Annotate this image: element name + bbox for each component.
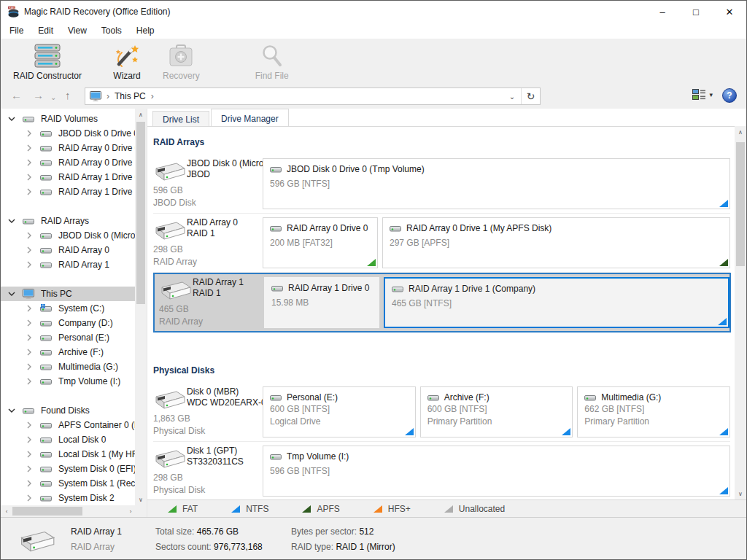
sidebar-group-label[interactable]: This PC — [41, 289, 72, 299]
sidebar-item-label[interactable]: Archive (F:) — [58, 347, 104, 357]
tree-scrollbar-horizontal[interactable]: ‹ › — [1, 505, 147, 517]
chevron-right-icon[interactable] — [24, 421, 34, 429]
sidebar-item[interactable]: Local Disk 0 — [1, 432, 135, 447]
menu-help[interactable]: Help — [129, 24, 162, 37]
address-dropdown-icon[interactable]: ⌄ — [503, 93, 521, 101]
partition-card-selected[interactable]: RAID Array 1 Drive 1 (Company) 465 GB [N… — [384, 277, 729, 328]
sidebar-item[interactable]: System Disk 1 (Recov — [1, 476, 135, 491]
sidebar-item[interactable]: Tmp Volume (I:) — [1, 374, 135, 389]
disk-row-jbod[interactable]: JBOD Disk 0 (MicrosJBOD 596 GB JBOD Disk… — [153, 155, 730, 214]
chevron-down-icon[interactable] — [7, 115, 17, 122]
sidebar-item[interactable]: RAID Array 0 Drive 1 — [1, 155, 135, 170]
sidebar-item-label[interactable]: Multimedia (G:) — [58, 362, 118, 372]
sidebar-item-label[interactable]: RAID Array 0 Drive 0 — [58, 143, 135, 153]
sidebar-item-label[interactable]: Personal (E:) — [58, 332, 109, 343]
scroll-up-icon[interactable]: ∧ — [735, 126, 746, 138]
partition-card[interactable]: RAID Array 0 Drive 0 (EI 200 MB [FAT32] — [263, 217, 378, 268]
sidebar-item[interactable]: Company (D:) — [1, 316, 135, 330]
disk-label[interactable]: RAID Array 0RAID 1 298 GB RAID Array — [153, 217, 263, 268]
chevron-right-icon[interactable] — [24, 246, 34, 254]
close-button[interactable]: ✕ — [713, 1, 746, 23]
view-mode-button[interactable]: ▾ — [692, 89, 713, 100]
partition-card[interactable]: Personal (E:) 600 GB [NTFS] Logical Driv… — [263, 386, 416, 438]
sidebar-item[interactable]: Multimedia (G:) — [1, 359, 135, 374]
scroll-down-icon[interactable]: ∨ — [135, 494, 147, 505]
chevron-right-icon[interactable] — [24, 349, 34, 356]
sidebar-item[interactable]: JBOD Disk 0 (Microso — [1, 228, 135, 243]
sidebar-item[interactable]: System Disk 0 (EFI) — [1, 462, 135, 476]
breadcrumb-location[interactable]: This PC — [115, 91, 146, 101]
menu-tools[interactable]: Tools — [94, 24, 129, 37]
chevron-right-icon[interactable] — [24, 480, 34, 487]
menu-edit[interactable]: Edit — [31, 24, 61, 37]
tab-drive-manager[interactable]: Drive Manager — [211, 109, 289, 126]
disk-label[interactable]: JBOD Disk 0 (MicrosJBOD 596 GB JBOD Disk — [153, 158, 263, 209]
sidebar-group-raid-arrays[interactable]: RAID Arrays — [1, 214, 135, 228]
scrollbar-thumb[interactable] — [736, 142, 745, 266]
back-icon[interactable]: ← — [11, 90, 22, 101]
disk-row-raid-array-1-selected[interactable]: RAID Array 1RAID 1 465 GB RAID Array RAI… — [153, 273, 731, 332]
sidebar-item-label[interactable]: JBOD Disk 0 (Microso — [58, 230, 135, 241]
sidebar-item-label[interactable]: RAID Array 1 — [58, 260, 109, 270]
wizard-button[interactable]: Wizard — [106, 42, 148, 82]
disk-label[interactable]: RAID Array 1RAID 1 465 GB RAID Array — [155, 277, 264, 328]
chevron-right-icon[interactable] — [24, 174, 34, 181]
chevron-right-icon[interactable] — [24, 334, 34, 341]
refresh-icon[interactable]: ↻ — [521, 88, 540, 104]
sidebar-group-label[interactable]: Found Disks — [41, 405, 90, 416]
address-input[interactable]: › This PC › ⌄ ↻ — [85, 88, 541, 105]
disk-row-raid-array-0[interactable]: RAID Array 0RAID 1 298 GB RAID Array RAI… — [153, 214, 730, 273]
sidebar-item-label[interactable]: APFS Container 0 (M — [58, 420, 135, 430]
sidebar-item-label[interactable]: System (C:) — [58, 303, 104, 314]
sidebar-item[interactable]: Personal (E:) — [1, 330, 135, 345]
chevron-down-icon[interactable] — [7, 290, 17, 298]
raid-constructor-button[interactable]: RAID Constructor — [7, 42, 88, 82]
history-chevron-icon[interactable]: ⌄ — [50, 92, 56, 104]
scrollbar-thumb[interactable] — [136, 122, 145, 304]
sidebar-item-label[interactable]: RAID Array 0 — [58, 245, 109, 255]
disk-label[interactable]: Disk 1 (GPT)ST3320311CS 298 GB Physical … — [153, 446, 263, 497]
sidebar-item[interactable]: System Disk 2 — [1, 491, 135, 505]
sidebar-item[interactable]: RAID Array 1 Drive 0 — [1, 170, 135, 184]
sidebar-item[interactable]: JBOD Disk 0 Drive 0 ( — [1, 126, 135, 141]
partition-card[interactable]: RAID Array 0 Drive 1 (My APFS Disk) 297 … — [382, 217, 730, 268]
forward-icon[interactable]: → — [33, 90, 44, 101]
chevron-right-icon[interactable] — [24, 159, 34, 166]
chevron-right-icon[interactable] — [24, 261, 34, 268]
chevron-right-icon[interactable] — [24, 436, 34, 443]
sidebar-item[interactable]: RAID Array 1 Drive 1 — [1, 184, 135, 199]
chevron-right-icon[interactable] — [24, 188, 34, 195]
sidebar-item-label[interactable]: Company (D:) — [58, 318, 113, 328]
sidebar-item[interactable]: RAID Array 1 — [1, 257, 135, 272]
sidebar-item-label[interactable]: Tmp Volume (I:) — [58, 376, 120, 386]
sidebar-item-label[interactable]: RAID Array 1 Drive 0 — [58, 172, 135, 182]
chevron-down-icon[interactable] — [7, 407, 17, 414]
maximize-button[interactable]: □ — [679, 1, 713, 23]
scrollbar-thumb[interactable] — [12, 507, 82, 516]
sidebar-item[interactable]: APFS Container 0 (M — [1, 418, 135, 432]
chevron-right-icon[interactable] — [24, 494, 34, 502]
sidebar-item-label[interactable]: JBOD Disk 0 Drive 0 ( — [58, 128, 135, 139]
help-button[interactable]: ? — [722, 88, 737, 103]
chevron-right-icon[interactable] — [24, 232, 34, 239]
sidebar-item-label[interactable]: RAID Array 1 Drive 1 — [58, 187, 135, 197]
chevron-right-icon[interactable] — [24, 144, 34, 152]
chevron-right-icon[interactable] — [24, 465, 34, 472]
scroll-right-icon[interactable]: › — [125, 505, 136, 517]
chevron-right-icon[interactable] — [24, 305, 34, 312]
sidebar-item-this-pc[interactable]: This PC — [1, 287, 135, 301]
chevron-right-icon[interactable] — [24, 363, 34, 370]
partition-card[interactable]: JBOD Disk 0 Drive 0 (Tmp Volume) 596 GB … — [263, 158, 730, 209]
chevron-right-icon[interactable] — [24, 378, 34, 385]
chevron-right-icon[interactable] — [24, 319, 34, 327]
sidebar-group-raid-volumes[interactable]: RAID Volumes — [1, 112, 135, 126]
partition-card[interactable]: Tmp Volume (I:) 596 GB [NTFS] — [263, 446, 730, 497]
breadcrumb-chevron-icon[interactable]: › — [151, 91, 154, 101]
sidebar-item-label[interactable]: System Disk 2 — [58, 493, 115, 503]
menu-file[interactable]: File — [2, 24, 31, 37]
sidebar-group-label[interactable]: RAID Arrays — [41, 216, 89, 226]
scroll-up-icon[interactable]: ∧ — [135, 109, 147, 120]
sidebar-item[interactable]: Archive (F:) — [1, 345, 135, 359]
sidebar-item-label[interactable]: Local Disk 1 (My HFS — [58, 449, 135, 459]
partition-card[interactable]: RAID Array 1 Drive 0 15.98 MB — [264, 277, 379, 328]
